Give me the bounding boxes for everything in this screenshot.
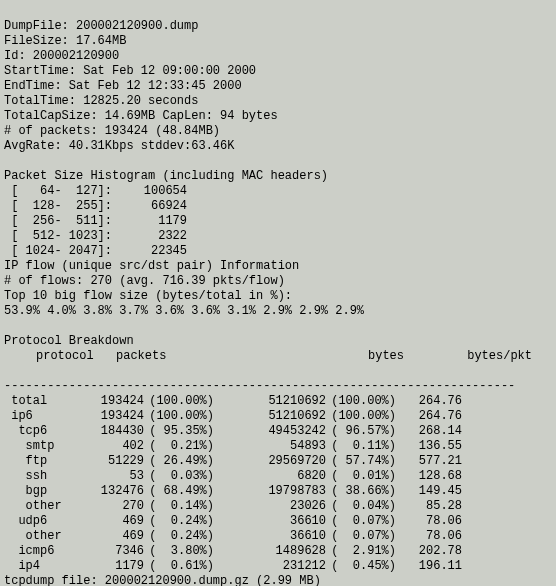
breakdown-title: Protocol Breakdown — [4, 334, 134, 348]
proto-packets: 193424 — [90, 409, 144, 424]
proto-packets-pct: ( 0.24%) — [144, 514, 214, 529]
dumpfile-value: 200002120900.dump — [76, 19, 198, 33]
hist-count: 66924 — [112, 199, 187, 214]
proto-bytes-pct: ( 38.66%) — [326, 484, 396, 499]
proto-packets-pct: ( 0.14%) — [144, 499, 214, 514]
proto-name: ip6 — [4, 409, 90, 424]
starttime-value: Sat Feb 12 09:00:00 2000 — [83, 64, 256, 78]
packets-label: # of packets: — [4, 124, 105, 138]
proto-bpp: 264.76 — [396, 409, 462, 424]
hist-count: 100654 — [112, 184, 187, 199]
proto-bytes-pct: ( 57.74%) — [326, 454, 396, 469]
proto-packets-pct: ( 26.49%) — [144, 454, 214, 469]
totaltime-value: 12825.20 seconds — [83, 94, 198, 108]
col-protocol: protocol — [36, 349, 116, 364]
proto-name: ip4 — [4, 559, 90, 574]
proto-name: icmp6 — [4, 544, 90, 559]
proto-bytes: 1489628 — [214, 544, 326, 559]
proto-bytes-pct: ( 2.91%) — [326, 544, 396, 559]
proto-packets-pct: ( 0.21%) — [144, 439, 214, 454]
topflow-values: 53.9% 4.0% 3.8% 3.7% 3.6% 3.6% 3.1% 2.9%… — [4, 304, 364, 318]
proto-bytes: 51210692 — [214, 409, 326, 424]
proto-packets: 402 — [90, 439, 144, 454]
proto-bpp: 577.21 — [396, 454, 462, 469]
proto-bytes: 54893 — [214, 439, 326, 454]
proto-bytes: 49453242 — [214, 424, 326, 439]
proto-bytes-pct: ( 0.01%) — [326, 469, 396, 484]
footer-file: 200002120900.dump.gz — [105, 574, 249, 586]
hist-range: [ 128- 255]: — [11, 199, 112, 213]
proto-name: total — [4, 394, 90, 409]
proto-packets: 469 — [90, 529, 144, 544]
dumpfile-label: DumpFile: — [4, 19, 76, 33]
proto-packets: 51229 — [90, 454, 144, 469]
hist-count: 22345 — [112, 244, 187, 259]
starttime-label: StartTime: — [4, 64, 83, 78]
hist-range: [ 256- 511]: — [11, 214, 112, 228]
packets-value: 193424 (48.84MB) — [105, 124, 220, 138]
ipflow-title: IP flow (unique src/dst pair) Informatio… — [4, 259, 299, 273]
flows-avg: (avg. 716.39 pkts/flow) — [112, 274, 285, 288]
proto-packets-pct: (100.00%) — [144, 394, 214, 409]
proto-packets-pct: ( 68.49%) — [144, 484, 214, 499]
proto-packets: 7346 — [90, 544, 144, 559]
flows-value: 270 — [90, 274, 112, 288]
hist-count: 1179 — [112, 214, 187, 229]
caplen-label: CapLen: — [155, 109, 220, 123]
caplen-value: 94 bytes — [220, 109, 278, 123]
separator: ----------------------------------------… — [4, 379, 515, 393]
avgrate-value: 40.31Kbps stddev:63.46K — [69, 139, 235, 153]
footer-label: tcpdump file: — [4, 574, 105, 586]
proto-packets-pct: ( 0.03%) — [144, 469, 214, 484]
footer-size: (2.99 MB) — [249, 574, 321, 586]
flows-label: # of flows: — [4, 274, 90, 288]
hist-range: [ 64- 127]: — [11, 184, 112, 198]
proto-bytes: 23026 — [214, 499, 326, 514]
proto-bytes-pct: ( 0.07%) — [326, 529, 396, 544]
proto-bpp: 268.14 — [396, 424, 462, 439]
proto-bytes: 29569720 — [214, 454, 326, 469]
proto-packets: 184430 — [90, 424, 144, 439]
proto-name: smtp — [4, 439, 90, 454]
col-bytes: bytes — [214, 349, 404, 364]
proto-bytes-pct: ( 0.07%) — [326, 514, 396, 529]
totalcap-label: TotalCapSize: — [4, 109, 105, 123]
proto-packets-pct: ( 95.35%) — [144, 424, 214, 439]
proto-name: ssh — [4, 469, 90, 484]
proto-bytes: 51210692 — [214, 394, 326, 409]
totalcap-value: 14.69MB — [105, 109, 155, 123]
col-bpp: bytes/pkt — [404, 349, 532, 364]
proto-packets: 193424 — [90, 394, 144, 409]
proto-packets: 270 — [90, 499, 144, 514]
proto-packets: 1179 — [90, 559, 144, 574]
proto-name: tcp6 — [4, 424, 90, 439]
proto-name: other — [4, 529, 90, 544]
id-value: 200002120900 — [33, 49, 119, 63]
proto-packets-pct: ( 3.80%) — [144, 544, 214, 559]
proto-bpp: 196.11 — [396, 559, 462, 574]
proto-bytes: 36610 — [214, 529, 326, 544]
filesize-label: FileSize: — [4, 34, 76, 48]
breakdown-header: protocolpacketsbytesbytes/pkt — [4, 349, 552, 364]
histogram-title: Packet Size Histogram (including MAC hea… — [4, 169, 328, 183]
proto-packets-pct: ( 0.24%) — [144, 529, 214, 544]
endtime-label: EndTime: — [4, 79, 69, 93]
proto-packets: 469 — [90, 514, 144, 529]
col-packets: packets — [116, 349, 214, 364]
proto-bpp: 78.06 — [396, 514, 462, 529]
proto-bytes-pct: ( 0.04%) — [326, 499, 396, 514]
proto-bpp: 85.28 — [396, 499, 462, 514]
proto-name: bgp — [4, 484, 90, 499]
proto-name: udp6 — [4, 514, 90, 529]
proto-bpp: 128.68 — [396, 469, 462, 484]
proto-packets: 53 — [90, 469, 144, 484]
proto-name: ftp — [4, 454, 90, 469]
hist-count: 2322 — [112, 229, 187, 244]
endtime-value: Sat Feb 12 12:33:45 2000 — [69, 79, 242, 93]
proto-bpp: 78.06 — [396, 529, 462, 544]
proto-bytes-pct: ( 96.57%) — [326, 424, 396, 439]
proto-bytes-pct: (100.00%) — [326, 409, 396, 424]
proto-bytes-pct: ( 0.45%) — [326, 559, 396, 574]
proto-bpp: 264.76 — [396, 394, 462, 409]
filesize-value: 17.64MB — [76, 34, 126, 48]
